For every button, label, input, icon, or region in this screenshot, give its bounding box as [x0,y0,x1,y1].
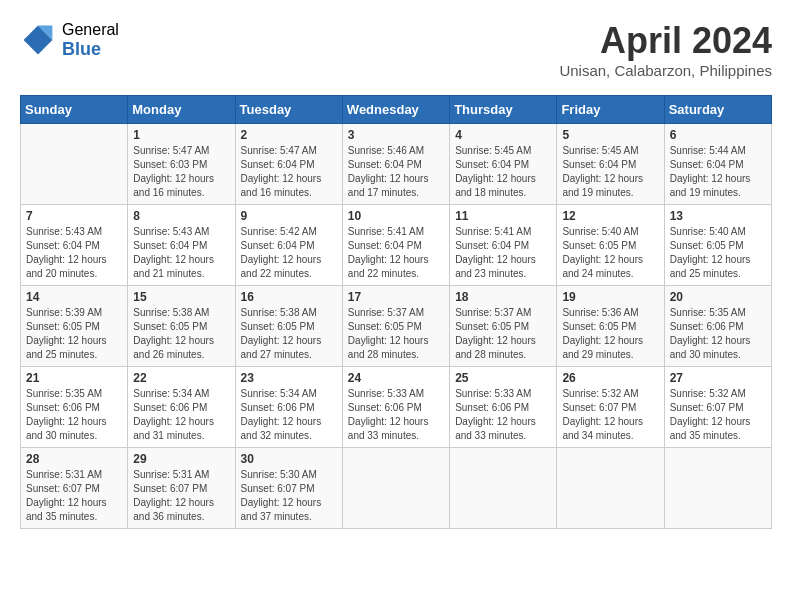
day-number: 10 [348,209,444,223]
logo-text: General Blue [62,20,119,61]
calendar-cell [342,448,449,529]
calendar-cell: 23Sunrise: 5:34 AM Sunset: 6:06 PM Dayli… [235,367,342,448]
cell-content: Sunrise: 5:30 AM Sunset: 6:07 PM Dayligh… [241,468,337,524]
cell-content: Sunrise: 5:46 AM Sunset: 6:04 PM Dayligh… [348,144,444,200]
day-number: 22 [133,371,229,385]
day-number: 3 [348,128,444,142]
cell-content: Sunrise: 5:38 AM Sunset: 6:05 PM Dayligh… [241,306,337,362]
calendar-cell: 11Sunrise: 5:41 AM Sunset: 6:04 PM Dayli… [450,205,557,286]
day-number: 24 [348,371,444,385]
cell-content: Sunrise: 5:35 AM Sunset: 6:06 PM Dayligh… [26,387,122,443]
day-number: 13 [670,209,766,223]
day-number: 4 [455,128,551,142]
day-number: 14 [26,290,122,304]
cell-content: Sunrise: 5:34 AM Sunset: 6:06 PM Dayligh… [133,387,229,443]
cell-content: Sunrise: 5:45 AM Sunset: 6:04 PM Dayligh… [455,144,551,200]
weekday-header: Tuesday [235,96,342,124]
day-number: 20 [670,290,766,304]
cell-content: Sunrise: 5:43 AM Sunset: 6:04 PM Dayligh… [133,225,229,281]
calendar-cell: 7Sunrise: 5:43 AM Sunset: 6:04 PM Daylig… [21,205,128,286]
calendar-cell: 12Sunrise: 5:40 AM Sunset: 6:05 PM Dayli… [557,205,664,286]
calendar-cell: 4Sunrise: 5:45 AM Sunset: 6:04 PM Daylig… [450,124,557,205]
calendar-cell: 2Sunrise: 5:47 AM Sunset: 6:04 PM Daylig… [235,124,342,205]
calendar-week-row: 14Sunrise: 5:39 AM Sunset: 6:05 PM Dayli… [21,286,772,367]
calendar-cell: 15Sunrise: 5:38 AM Sunset: 6:05 PM Dayli… [128,286,235,367]
day-number: 28 [26,452,122,466]
day-number: 5 [562,128,658,142]
calendar-week-row: 1Sunrise: 5:47 AM Sunset: 6:03 PM Daylig… [21,124,772,205]
logo-blue: Blue [62,39,119,61]
day-number: 6 [670,128,766,142]
calendar-cell: 9Sunrise: 5:42 AM Sunset: 6:04 PM Daylig… [235,205,342,286]
day-number: 12 [562,209,658,223]
calendar-cell [557,448,664,529]
cell-content: Sunrise: 5:35 AM Sunset: 6:06 PM Dayligh… [670,306,766,362]
cell-content: Sunrise: 5:38 AM Sunset: 6:05 PM Dayligh… [133,306,229,362]
page-header: General Blue April 2024 Unisan, Calabarz… [20,20,772,79]
calendar-cell: 6Sunrise: 5:44 AM Sunset: 6:04 PM Daylig… [664,124,771,205]
day-number: 23 [241,371,337,385]
calendar-cell: 21Sunrise: 5:35 AM Sunset: 6:06 PM Dayli… [21,367,128,448]
calendar-cell: 19Sunrise: 5:36 AM Sunset: 6:05 PM Dayli… [557,286,664,367]
calendar-cell: 18Sunrise: 5:37 AM Sunset: 6:05 PM Dayli… [450,286,557,367]
day-number: 25 [455,371,551,385]
day-number: 26 [562,371,658,385]
calendar-cell: 22Sunrise: 5:34 AM Sunset: 6:06 PM Dayli… [128,367,235,448]
cell-content: Sunrise: 5:37 AM Sunset: 6:05 PM Dayligh… [348,306,444,362]
calendar-table: SundayMondayTuesdayWednesdayThursdayFrid… [20,95,772,529]
cell-content: Sunrise: 5:45 AM Sunset: 6:04 PM Dayligh… [562,144,658,200]
calendar-cell: 8Sunrise: 5:43 AM Sunset: 6:04 PM Daylig… [128,205,235,286]
cell-content: Sunrise: 5:39 AM Sunset: 6:05 PM Dayligh… [26,306,122,362]
cell-content: Sunrise: 5:31 AM Sunset: 6:07 PM Dayligh… [26,468,122,524]
day-number: 16 [241,290,337,304]
day-number: 19 [562,290,658,304]
cell-content: Sunrise: 5:33 AM Sunset: 6:06 PM Dayligh… [348,387,444,443]
cell-content: Sunrise: 5:33 AM Sunset: 6:06 PM Dayligh… [455,387,551,443]
cell-content: Sunrise: 5:41 AM Sunset: 6:04 PM Dayligh… [455,225,551,281]
cell-content: Sunrise: 5:32 AM Sunset: 6:07 PM Dayligh… [562,387,658,443]
cell-content: Sunrise: 5:42 AM Sunset: 6:04 PM Dayligh… [241,225,337,281]
location-subtitle: Unisan, Calabarzon, Philippines [559,62,772,79]
calendar-cell: 30Sunrise: 5:30 AM Sunset: 6:07 PM Dayli… [235,448,342,529]
calendar-week-row: 28Sunrise: 5:31 AM Sunset: 6:07 PM Dayli… [21,448,772,529]
day-number: 9 [241,209,337,223]
day-number: 29 [133,452,229,466]
day-number: 18 [455,290,551,304]
calendar-cell [664,448,771,529]
calendar-cell: 27Sunrise: 5:32 AM Sunset: 6:07 PM Dayli… [664,367,771,448]
day-number: 11 [455,209,551,223]
cell-content: Sunrise: 5:43 AM Sunset: 6:04 PM Dayligh… [26,225,122,281]
cell-content: Sunrise: 5:34 AM Sunset: 6:06 PM Dayligh… [241,387,337,443]
calendar-cell: 13Sunrise: 5:40 AM Sunset: 6:05 PM Dayli… [664,205,771,286]
calendar-cell [450,448,557,529]
calendar-cell: 25Sunrise: 5:33 AM Sunset: 6:06 PM Dayli… [450,367,557,448]
calendar-cell: 28Sunrise: 5:31 AM Sunset: 6:07 PM Dayli… [21,448,128,529]
calendar-cell: 10Sunrise: 5:41 AM Sunset: 6:04 PM Dayli… [342,205,449,286]
month-title: April 2024 [559,20,772,62]
calendar-cell: 1Sunrise: 5:47 AM Sunset: 6:03 PM Daylig… [128,124,235,205]
day-number: 7 [26,209,122,223]
title-block: April 2024 Unisan, Calabarzon, Philippin… [559,20,772,79]
cell-content: Sunrise: 5:36 AM Sunset: 6:05 PM Dayligh… [562,306,658,362]
weekday-header: Thursday [450,96,557,124]
day-number: 17 [348,290,444,304]
calendar-cell: 26Sunrise: 5:32 AM Sunset: 6:07 PM Dayli… [557,367,664,448]
calendar-cell: 14Sunrise: 5:39 AM Sunset: 6:05 PM Dayli… [21,286,128,367]
calendar-cell: 3Sunrise: 5:46 AM Sunset: 6:04 PM Daylig… [342,124,449,205]
calendar-week-row: 7Sunrise: 5:43 AM Sunset: 6:04 PM Daylig… [21,205,772,286]
calendar-body: 1Sunrise: 5:47 AM Sunset: 6:03 PM Daylig… [21,124,772,529]
day-number: 8 [133,209,229,223]
calendar-cell: 24Sunrise: 5:33 AM Sunset: 6:06 PM Dayli… [342,367,449,448]
cell-content: Sunrise: 5:41 AM Sunset: 6:04 PM Dayligh… [348,225,444,281]
calendar-cell: 17Sunrise: 5:37 AM Sunset: 6:05 PM Dayli… [342,286,449,367]
cell-content: Sunrise: 5:40 AM Sunset: 6:05 PM Dayligh… [562,225,658,281]
cell-content: Sunrise: 5:47 AM Sunset: 6:03 PM Dayligh… [133,144,229,200]
cell-content: Sunrise: 5:31 AM Sunset: 6:07 PM Dayligh… [133,468,229,524]
cell-content: Sunrise: 5:32 AM Sunset: 6:07 PM Dayligh… [670,387,766,443]
weekday-header: Friday [557,96,664,124]
weekday-header: Saturday [664,96,771,124]
day-number: 21 [26,371,122,385]
calendar-cell: 29Sunrise: 5:31 AM Sunset: 6:07 PM Dayli… [128,448,235,529]
calendar-cell: 5Sunrise: 5:45 AM Sunset: 6:04 PM Daylig… [557,124,664,205]
weekday-header: Wednesday [342,96,449,124]
